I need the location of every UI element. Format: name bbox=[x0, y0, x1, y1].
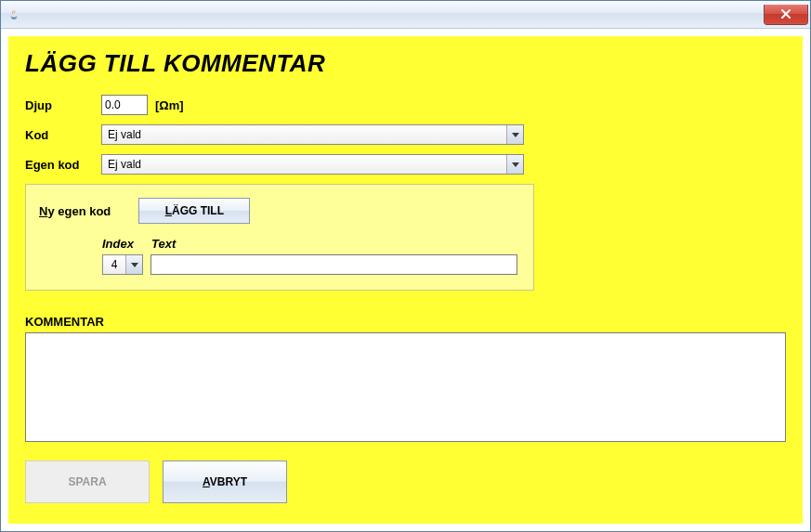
chevron-down-icon bbox=[125, 255, 142, 274]
depth-label: Djup bbox=[25, 98, 101, 112]
code-select[interactable]: Ej vald bbox=[101, 124, 524, 145]
save-button[interactable]: SPARA bbox=[25, 461, 150, 503]
index-header: Index bbox=[102, 237, 134, 251]
row-depth: Djup [Ωm] bbox=[25, 95, 786, 115]
code-label: Kod bbox=[25, 128, 101, 142]
client-area: LÄGG TILL KOMMENTAR Djup [Ωm] Kod Ej val… bbox=[1, 29, 810, 531]
dialog-buttons: SPARA AVBRYT bbox=[25, 461, 786, 503]
dialog-window: LÄGG TILL KOMMENTAR Djup [Ωm] Kod Ej val… bbox=[0, 0, 811, 532]
own-code-label: Egen kod bbox=[25, 158, 101, 172]
own-code-select[interactable]: Ej vald bbox=[101, 154, 524, 175]
depth-input[interactable] bbox=[101, 95, 148, 115]
new-own-code-label: Ny egen kod bbox=[39, 204, 111, 218]
new-code-headers: Index Text bbox=[102, 237, 520, 251]
index-selected: 4 bbox=[103, 255, 125, 274]
cancel-button[interactable]: AVBRYT bbox=[163, 461, 287, 503]
code-selected: Ej vald bbox=[102, 125, 506, 144]
titlebar bbox=[1, 1, 810, 29]
text-header: Text bbox=[151, 237, 176, 251]
main-panel: LÄGG TILL KOMMENTAR Djup [Ωm] Kod Ej val… bbox=[8, 36, 803, 524]
new-own-code-panel: Ny egen kod LÄGG TILL Index Text 4 bbox=[25, 184, 534, 291]
comment-label: KOMMENTAR bbox=[25, 315, 786, 329]
chevron-down-icon bbox=[506, 155, 523, 174]
depth-unit: [Ωm] bbox=[155, 98, 184, 112]
row-own-code: Egen kod Ej vald bbox=[25, 154, 786, 175]
new-code-text-input[interactable] bbox=[150, 254, 517, 275]
comment-textarea[interactable] bbox=[25, 332, 786, 442]
row-code: Kod Ej vald bbox=[25, 124, 786, 145]
chevron-down-icon bbox=[506, 125, 523, 144]
own-code-selected: Ej vald bbox=[102, 155, 506, 174]
index-select[interactable]: 4 bbox=[102, 254, 143, 275]
add-button[interactable]: LÄGG TILL bbox=[138, 198, 250, 224]
close-button[interactable] bbox=[764, 5, 808, 25]
page-title: LÄGG TILL KOMMENTAR bbox=[25, 49, 786, 78]
java-icon bbox=[7, 7, 21, 22]
